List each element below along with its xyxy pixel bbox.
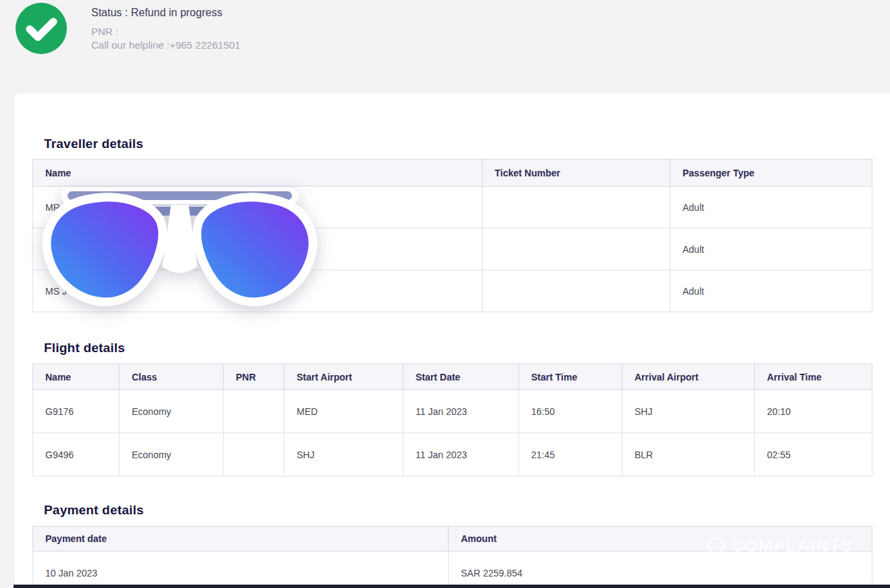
start-date-cell: 11 Jan 2023 (403, 433, 519, 476)
flight-name-cell: G9176 (33, 390, 120, 433)
flight-header-row: Name Class PNR Start Airport Start Date … (33, 364, 872, 390)
payment-header-row: Payment date Amount (33, 526, 872, 552)
arrival-time-cell: 02:55 (755, 433, 872, 476)
status-header: Status : Refund in progress PNR : Call o… (0, 0, 890, 93)
arrival-airport-cell: SHJ (622, 390, 755, 433)
flight-col-class: Class (120, 364, 224, 390)
status-text-block: Status : Refund in progress PNR : Call o… (91, 5, 241, 51)
flight-col-arrival-airport: Arrival Airport (622, 364, 755, 390)
traveller-header-row: Name Ticket Number Passenger Type (33, 160, 872, 187)
table-row: G9496 Economy SHJ 11 Jan 2023 21:45 BLR … (33, 433, 872, 476)
flight-details-title: Flight details (44, 341, 125, 356)
flight-details-table: Name Class PNR Start Airport Start Date … (32, 364, 872, 476)
flight-name-cell: G9496 (33, 433, 120, 476)
ticket-number-cell (483, 228, 670, 270)
flight-pnr-cell (224, 433, 285, 476)
check-circle-icon (16, 3, 67, 54)
passenger-type-cell: Adult (670, 187, 872, 228)
status-text: Status : Refund in progress (91, 5, 241, 21)
passenger-type-cell: Adult (670, 270, 872, 312)
start-airport-cell: MED (285, 390, 403, 433)
flight-class-cell: Economy (120, 390, 224, 433)
start-airport-cell: SHJ (285, 433, 403, 476)
flight-pnr-cell (224, 390, 285, 433)
arrival-time-cell: 20:10 (755, 390, 872, 433)
flight-class-cell: Economy (120, 433, 224, 476)
passenger-type-cell: Adult (670, 228, 872, 270)
traveller-details-title: Traveller details (44, 137, 143, 151)
ticket-number-cell (483, 187, 670, 228)
start-time-cell: 21:45 (519, 433, 622, 476)
start-time-cell: 16:50 (519, 390, 622, 433)
arrival-airport-cell: BLR (622, 433, 755, 476)
footer-bar (14, 585, 890, 588)
traveller-col-ticket-number: Ticket Number (483, 160, 670, 187)
start-date-cell: 11 Jan 2023 (403, 390, 519, 433)
sunglasses-sticker (38, 187, 322, 312)
table-row: 10 Jan 2023 SAR 2259.854 (33, 552, 872, 588)
flight-col-start-airport: Start Airport (285, 364, 403, 390)
table-row: G9176 Economy MED 11 Jan 2023 16:50 SHJ … (33, 390, 872, 433)
payment-amount-cell: SAR 2259.854 (449, 552, 872, 588)
pnr-text: PNR : (91, 25, 241, 38)
ticket-number-cell (483, 270, 670, 312)
flight-col-name: Name (33, 364, 120, 390)
payment-col-date: Payment date (33, 526, 449, 552)
traveller-col-passenger-type: Passenger Type (670, 160, 872, 187)
flight-col-pnr: PNR (224, 364, 285, 390)
flight-col-start-date: Start Date (403, 364, 519, 390)
payment-details-title: Payment details (44, 503, 144, 518)
payment-date-cell: 10 Jan 2023 (33, 552, 449, 588)
payment-details-table: Payment date Amount 10 Jan 2023 SAR 2259… (32, 526, 872, 588)
helpline-text: Call our helpline :+965 22261501 (91, 39, 241, 51)
payment-col-amount: Amount (449, 526, 872, 552)
flight-col-arrival-time: Arrival Time (755, 364, 872, 390)
flight-col-start-time: Start Time (519, 364, 622, 390)
traveller-col-name: Name (33, 160, 483, 187)
